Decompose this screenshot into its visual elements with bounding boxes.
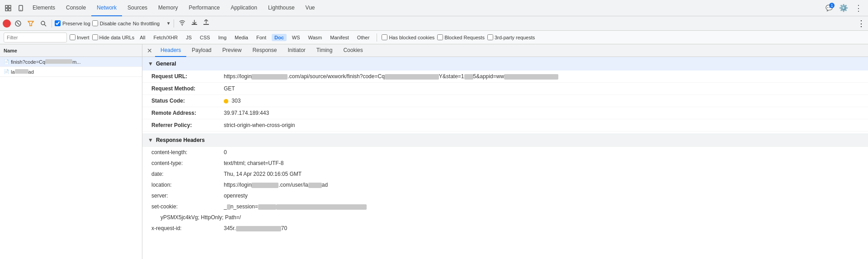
status-code-field: Status Code: 303 [142,95,868,107]
tab-headers[interactable]: Headers [155,44,186,57]
svg-point-5 [20,9,21,10]
set-cookie-value: _ n_session= [224,202,859,211]
tab-vue[interactable]: Vue [300,0,321,16]
filter-img[interactable]: Img [216,34,229,41]
filter-fetch-xhr[interactable]: Fetch/XHR [151,34,180,41]
server-value: openresty [224,192,859,200]
filter-other[interactable]: Other [354,34,373,41]
svg-marker-8 [28,21,33,26]
date-label: date: [151,170,224,178]
set-cookie-label: set-cookie: [151,202,224,211]
tab-console[interactable]: Console [61,0,91,16]
invert-checkbox[interactable]: Invert [70,34,90,40]
request-name: finish?code=Cq m... [11,59,138,65]
tab-network[interactable]: Network [91,0,122,16]
request-item[interactable]: 📄 la ad [0,67,142,77]
divider-1 [52,19,52,28]
request-method-label: Request Method: [151,85,224,93]
filter-js[interactable]: JS [183,34,194,41]
divider-2 [174,19,174,28]
tab-initiator[interactable]: Initiator [282,44,311,57]
filter-wasm[interactable]: Wasm [306,34,325,41]
general-section-header[interactable]: ▼ General [142,57,868,71]
right-spacer: ⋮ [857,19,865,28]
referrer-policy-label: Referrer Policy: [151,121,224,129]
more-options-icon[interactable]: ⋮ [852,2,864,14]
details-tabs: ✕ Headers Payload Preview Response Initi… [142,44,868,57]
svg-rect-14 [203,24,209,25]
content-type-value: text/html; charset=UTF-8 [224,159,859,167]
hide-data-urls-checkbox[interactable]: Hide data URLs [92,34,135,40]
requests-panel: Name 📄 finish?code=Cq m... 📄 la ad [0,44,142,259]
request-method-value: GET [224,85,859,93]
blocked-requests-checkbox[interactable]: Blocked Requests [437,34,485,40]
filter-media[interactable]: Media [232,34,251,41]
content-length-field: content-length: 0 [142,147,868,158]
tab-timing[interactable]: Timing [311,44,338,57]
referrer-policy-field: Referrer Policy: strict-origin-when-cros… [142,119,868,132]
filter-input[interactable] [4,33,67,42]
general-arrow-icon: ▼ [148,61,153,67]
svg-line-7 [17,22,19,25]
response-headers-section-header[interactable]: ▼ Response Headers [142,133,868,147]
filter-font[interactable]: Font [254,34,269,41]
x-request-id-value: 345r. 70 [224,224,859,232]
request-item[interactable]: 📄 finish?code=Cq m... [0,57,142,67]
request-url-label: Request URL: [151,72,224,80]
disable-cache-checkbox[interactable]: Disable cache [92,20,131,26]
tab-elements[interactable]: Elements [27,0,61,16]
doc-icon: 📄 [4,59,9,64]
svg-point-9 [41,21,45,25]
tab-payload[interactable]: Payload [186,44,217,57]
search-button[interactable] [38,18,49,29]
location-label: location: [151,181,224,189]
requests-list: 📄 finish?code=Cq m... 📄 la ad [0,57,142,259]
filter-manifest[interactable]: Manifest [327,34,352,41]
tab-preview[interactable]: Preview [217,44,247,57]
third-party-checkbox[interactable]: 3rd-party requests [487,34,535,40]
tab-sources[interactable]: Sources [122,0,153,16]
device-icon[interactable] [14,2,27,14]
clear-button[interactable] [13,18,24,29]
set-cookie-continuation: yPSMX5jc4kVg; HttpOnly; Path=/ [142,212,868,223]
svg-rect-2 [9,5,11,8]
content-type-field: content-type: text/html; charset=UTF-8 [142,158,868,169]
request-url-field: Request URL: https://login .com/api/sour… [142,71,868,83]
tab-cookies[interactable]: Cookies [338,44,368,57]
throttle-selector[interactable]: No throttling ▼ [133,21,171,26]
tab-performance[interactable]: Performance [183,0,225,16]
export-icon[interactable] [201,19,211,28]
main-area: Name 📄 finish?code=Cq m... 📄 la ad ✕ [0,44,868,259]
funnel-icon[interactable] [25,18,36,29]
tab-response[interactable]: Response [247,44,282,57]
close-details-button[interactable]: ✕ [144,45,155,56]
filter-ws[interactable]: WS [289,34,303,41]
record-button[interactable] [3,19,11,28]
svg-point-11 [182,25,183,26]
more-network-icon[interactable]: ⋮ [857,19,865,28]
filter-all[interactable]: All [137,34,148,41]
request-name: la ad [11,69,138,75]
filter-css[interactable]: CSS [197,34,213,41]
settings-icon[interactable]: ⚙️ [837,2,850,14]
preserve-log-checkbox[interactable]: Preserve log [55,20,90,26]
chat-badge: 1 [829,3,835,8]
status-code-value: 303 [224,97,859,105]
location-value: https://login .com/user/la ad [224,181,859,189]
tab-lighthouse[interactable]: Lighthouse [263,0,300,16]
wifi-icon[interactable] [177,19,188,28]
request-url-value: https://login .com/api/source/wxwork/fin… [224,72,859,80]
import-icon[interactable] [189,19,199,28]
tab-memory[interactable]: Memory [153,0,183,16]
inspect-icon[interactable] [2,2,14,14]
date-value: Thu, 14 Apr 2022 00:16:05 GMT [224,170,859,178]
referrer-policy-value: strict-origin-when-cross-origin [224,121,859,129]
doc-icon: 📄 [4,69,9,74]
requests-list-header: Name [0,44,142,57]
x-request-id-field: x-request-id: 345r. 70 [142,223,868,234]
filter-doc[interactable]: Doc [272,34,287,41]
chat-badge-btn[interactable]: 💬 1 [823,2,835,14]
status-dot [224,99,228,104]
tab-application[interactable]: Application [225,0,263,16]
has-blocked-cookies-checkbox[interactable]: Has blocked cookies [382,34,434,40]
